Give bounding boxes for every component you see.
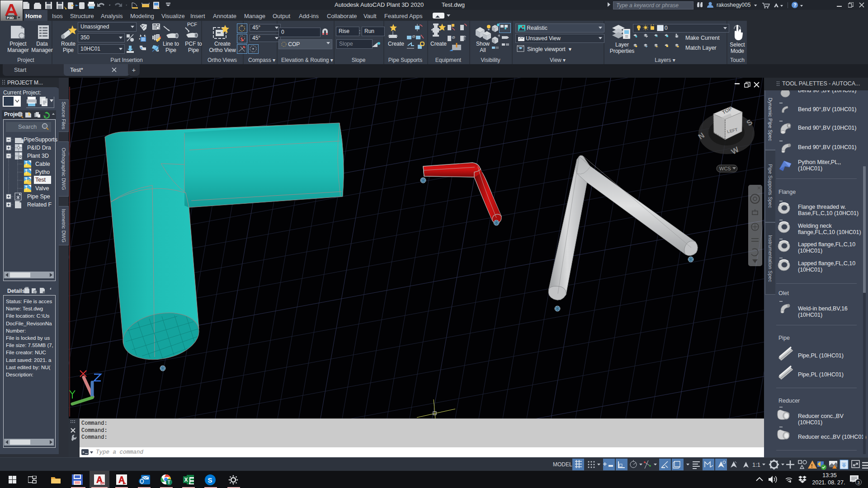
svg-text:1:1: 1:1 xyxy=(752,461,760,468)
svg-text:X: X xyxy=(184,477,188,483)
svg-text:3: 3 xyxy=(858,480,860,485)
svg-text:@: @ xyxy=(412,34,415,38)
svg-text:rakoshegy005: rakoshegy005 xyxy=(717,2,751,8)
svg-text:S: S xyxy=(208,476,212,484)
svg-text:T: T xyxy=(168,480,170,485)
svg-text:!: ! xyxy=(811,463,813,469)
svg-text:P3D: P3D xyxy=(7,16,14,20)
svg-text:?: ? xyxy=(793,2,797,8)
svg-text:P3D: P3D xyxy=(101,482,105,485)
svg-text:WCS: WCS xyxy=(719,166,731,171)
svg-text:@: @ xyxy=(452,35,455,39)
